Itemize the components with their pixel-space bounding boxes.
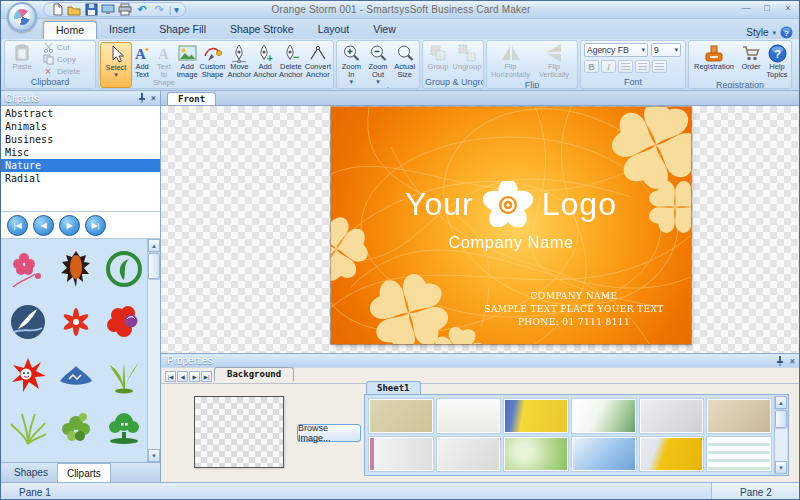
next-tab-button[interactable]: ▶ (189, 371, 200, 382)
export-icon[interactable] (101, 3, 115, 16)
close-panel-icon[interactable]: × (790, 356, 795, 366)
tab-layout[interactable]: Layout (306, 21, 362, 39)
italic-button[interactable]: I (601, 60, 616, 73)
paste-button[interactable]: Paste (6, 42, 38, 77)
zoom-in-button[interactable]: Zoom In ▾ (338, 42, 365, 86)
sheet1-tab[interactable]: Sheet1 (366, 381, 421, 394)
redo-icon[interactable]: ↷ (152, 3, 166, 16)
clipart-leaf-cluster[interactable] (55, 404, 98, 452)
sheet-thumbnail-porcelain-yellow[interactable] (504, 399, 568, 433)
sheet-thumbnail-sketch-white[interactable] (437, 399, 501, 433)
sheet-thumbnail-coins-beige[interactable] (707, 399, 771, 433)
maximize-button[interactable]: □ (760, 3, 774, 13)
sheet-thumbnail-map-beige[interactable] (369, 399, 433, 433)
previous-tab-button[interactable]: ◀ (177, 371, 188, 382)
clipart-landscape-circle[interactable] (7, 457, 50, 462)
first-page-button[interactable]: |◀ (7, 215, 28, 236)
scrollbar-thumb[interactable] (148, 253, 160, 279)
actual-size-button[interactable]: Actual Size (391, 42, 418, 86)
clipart-palm-grass[interactable] (7, 404, 50, 452)
card-logo-row[interactable]: Your Logo (331, 181, 691, 227)
card-contact-info[interactable]: COMPANY NAME SAMPLE TEXT PLACE YOUER TEX… (469, 290, 679, 329)
copy-button[interactable]: Copy (40, 54, 82, 65)
custom-shape-button[interactable]: Custom Shape (199, 42, 227, 88)
scroll-up-icon[interactable]: ▲ (775, 396, 787, 409)
align-center-button[interactable] (635, 60, 650, 73)
tab-shape-stroke[interactable]: Shape Stroke (218, 21, 306, 39)
category-misc[interactable]: Misc (1, 146, 160, 159)
browse-image-button[interactable]: Browse Image... (297, 424, 361, 442)
last-tab-button[interactable]: ▶| (201, 371, 212, 382)
print-icon[interactable] (118, 3, 132, 16)
help-icon[interactable]: ? (780, 26, 793, 39)
new-document-icon[interactable] (50, 3, 64, 16)
clipart-tree[interactable] (102, 404, 145, 452)
sheet-thumbnail-keyboard-gray[interactable] (640, 399, 704, 433)
sheet-thumbnail-porcelain-blue[interactable] (572, 437, 636, 471)
tab-cliparts[interactable]: Cliparts (57, 463, 111, 482)
font-family-select[interactable]: Agency FB ▾ (584, 43, 648, 57)
save-icon[interactable] (84, 3, 98, 16)
ungroup-button[interactable]: Ungroup (452, 42, 482, 77)
move-anchor-button[interactable]: Move Anchor (226, 42, 252, 88)
delete-button[interactable]: × Delete (40, 66, 82, 77)
card-company-name[interactable]: Company Name (331, 233, 691, 252)
delete-anchor-button[interactable]: − Delete Anchor (278, 42, 304, 88)
clipart-flower-face[interactable] (102, 298, 145, 346)
customize-toolbar-icon[interactable]: ▾ (174, 5, 179, 15)
scrollbar-thumb[interactable] (775, 410, 787, 428)
category-animals[interactable]: Animals (1, 120, 160, 133)
bold-button[interactable]: B (584, 60, 599, 73)
category-abstract[interactable]: Abstract (1, 107, 160, 120)
sheet-thumbnail-calc-yellow[interactable] (640, 437, 704, 471)
clipart-floral-star[interactable] (55, 298, 98, 346)
application-orb-button[interactable] (7, 2, 37, 32)
clipart-cherry-blossom[interactable] (7, 245, 50, 293)
group-button[interactable]: Group (424, 42, 452, 77)
close-button[interactable]: × (781, 3, 795, 13)
business-card[interactable]: Your Logo Company Name COMPANY NAME SAMP… (331, 107, 691, 344)
clipart-blue-pond[interactable] (55, 351, 98, 399)
scroll-down-icon[interactable]: ▼ (148, 449, 160, 462)
sheet-thumbnail-stripe-pink[interactable] (369, 437, 433, 471)
order-button[interactable]: Order (738, 42, 764, 80)
clipart-autumn-leaf[interactable] (55, 245, 98, 293)
background-tab[interactable]: Background (214, 367, 294, 381)
next-page-button[interactable]: ▶ (59, 215, 80, 236)
tab-insert[interactable]: Insert (97, 21, 147, 39)
cut-button[interactable]: Cut (40, 42, 82, 53)
sheet-thumbnail-plants-green[interactable] (572, 399, 636, 433)
align-right-button[interactable] (652, 60, 667, 73)
flip-vertically-button[interactable]: Flip Vertically (533, 42, 575, 80)
help-topics-button[interactable]: ? Help Topics (764, 42, 790, 80)
font-size-select[interactable]: 9 ▾ (651, 43, 681, 57)
close-panel-icon[interactable]: × (151, 93, 156, 103)
gallery-scrollbar[interactable]: ▲ ▼ (774, 396, 787, 474)
zoom-out-button[interactable]: Zoom Out ▾ (365, 42, 392, 86)
previous-page-button[interactable]: ◀ (33, 215, 54, 236)
clipart-autumn-banner[interactable] (102, 457, 145, 462)
sheet-thumbnail-lines-teal[interactable] (707, 437, 771, 471)
pin-icon[interactable] (138, 93, 146, 103)
undo-icon[interactable]: ↶ (135, 3, 149, 16)
add-anchor-button[interactable]: + Add Anchor (252, 42, 278, 88)
open-folder-icon[interactable] (67, 3, 81, 16)
tab-shape-fill[interactable]: Shape Fill (147, 21, 218, 39)
category-nature[interactable]: Nature (1, 159, 160, 172)
text-to-shape-button[interactable]: A Text to Shape (152, 42, 176, 88)
flip-horizontally-button[interactable]: Flip Horizontally (488, 42, 533, 80)
category-radial[interactable]: Radial (1, 172, 160, 185)
convert-anchor-button[interactable]: Convert Anchor (304, 42, 332, 88)
sheet-thumbnail-swirl-gray[interactable] (437, 437, 501, 471)
tab-shapes[interactable]: Shapes (5, 463, 57, 482)
style-menu[interactable]: Style ▾ ? (746, 26, 800, 39)
registration-button[interactable]: Registration (690, 42, 738, 80)
clipart-rice-field[interactable] (55, 457, 98, 462)
clipart-sun-face[interactable] (7, 351, 50, 399)
clipart-bird-of-paradise[interactable] (7, 298, 50, 346)
design-canvas[interactable]: Your Logo Company Name COMPANY NAME SAMP… (161, 106, 800, 353)
scroll-down-icon[interactable]: ▼ (775, 461, 787, 474)
clipart-seagrass[interactable] (102, 351, 145, 399)
align-left-button[interactable] (618, 60, 633, 73)
first-tab-button[interactable]: |◀ (165, 371, 176, 382)
